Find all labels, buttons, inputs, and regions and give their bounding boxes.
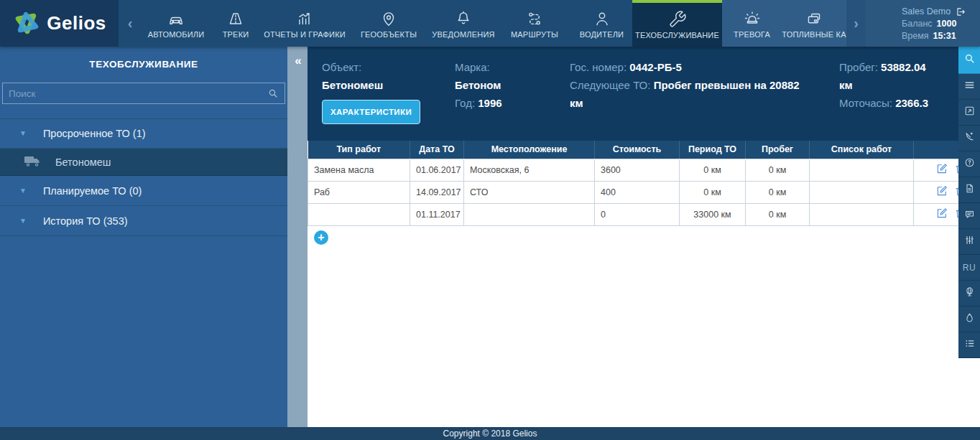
triangle-down-icon: ▼ — [19, 130, 27, 137]
toolbar-document-button[interactable] — [958, 177, 980, 203]
edit-icon[interactable] — [935, 162, 948, 177]
copyright-text: Copyright © 2018 Gelios — [443, 429, 537, 439]
collapse-left-icon: « — [295, 54, 300, 67]
tree-item-label: Бетономеш — [55, 156, 111, 168]
chevron-left-icon: ‹ — [128, 15, 133, 32]
table-row: Замена масла 01.06.2017 Московская, 6 36… — [308, 159, 980, 181]
vehicle-info-panel: Объект: Бетономеш ХАРАКТЕРИСТИКИ Марка: … — [308, 47, 980, 141]
toolbar-menu-button[interactable] — [958, 74, 980, 100]
nav-item-tracks[interactable]: ТРЕКИ — [211, 0, 261, 47]
expand-icon — [963, 105, 976, 120]
col-date: Дата ТО — [410, 141, 464, 159]
help-icon — [963, 156, 976, 172]
object-label: Объект: — [322, 58, 455, 76]
car-icon — [167, 9, 185, 28]
info-col-object: Объект: Бетономеш ХАРАКТЕРИСТИКИ — [322, 58, 455, 141]
triangle-down-icon: ▼ — [19, 217, 27, 225]
nav-item-notifications[interactable]: УВЕДОМЛЕНИЯ — [429, 0, 498, 47]
tree-group-overdue[interactable]: ▼ Просроченное ТО (1) — [0, 118, 287, 149]
tree-item-vehicle[interactable]: Бетономеш — [0, 149, 287, 176]
triangle-down-icon: ▼ — [19, 187, 27, 195]
col-work-type: Тип работ — [308, 141, 410, 159]
right-toolbar: RU — [958, 47, 980, 358]
edit-icon[interactable] — [935, 184, 948, 200]
nav-item-alarm[interactable]: ТРЕВОГА — [722, 0, 782, 47]
nav-item-vehicles[interactable]: АВТОМОБИЛИ — [142, 0, 211, 47]
search-icon[interactable] — [267, 88, 279, 99]
tree-group-label: История ТО (353) — [43, 215, 128, 227]
filters-icon — [963, 234, 976, 249]
chevron-right-icon: › — [854, 15, 859, 32]
col-period: Период ТО — [680, 141, 746, 159]
toolbar-globe-button[interactable] — [958, 281, 980, 306]
gelios-logo-icon — [12, 9, 41, 38]
chart-icon — [295, 9, 314, 28]
toolbar-satellite-button[interactable] — [958, 126, 980, 151]
nav-item-maintenance[interactable]: ТЕХОБСЛУЖИВАНИЕ — [632, 0, 722, 47]
topbar: Gelios ‹ АВТОМОБИЛИ — [0, 0, 980, 47]
logo[interactable]: Gelios — [0, 0, 119, 47]
toolbar-filters-button[interactable] — [958, 229, 980, 255]
nav-item-geoobjects[interactable]: ГЕООБЪЕКТЫ — [348, 0, 429, 47]
sidebar-collapse-strip[interactable]: « — [287, 47, 308, 427]
secondary-nav: ТРЕВОГА ТОПЛИВНЫЕ КА — [722, 0, 846, 47]
tree-group-history[interactable]: ▼ История ТО (353) — [0, 206, 287, 236]
table-header-row: Тип работ Дата ТО Местоположение Стоимос… — [308, 141, 980, 159]
document-icon — [963, 182, 976, 197]
user-panel: Sales Demo Баланс 1000 Время 15:31 — [866, 0, 980, 47]
time-value: 15:31 — [933, 30, 956, 42]
characteristics-button[interactable]: ХАРАКТЕРИСТИКИ — [322, 100, 420, 124]
toolbar-checklist-button[interactable] — [958, 332, 980, 358]
menu-icon — [963, 79, 976, 94]
user-name: Sales Demo — [902, 6, 951, 18]
toolbar-fuel-button[interactable] — [958, 306, 980, 332]
mileage-label: Пробег: — [839, 61, 878, 73]
plate-value: 0442-РБ-5 — [629, 61, 682, 73]
search-box — [2, 83, 285, 104]
balance-value: 1000 — [937, 18, 957, 30]
plus-icon: + — [318, 231, 324, 244]
tree-group-label: Просроченное ТО (1) — [43, 128, 146, 139]
object-value: Бетономеш — [322, 76, 455, 94]
wrench-icon — [668, 10, 687, 29]
balance-label: Баланс — [902, 18, 933, 30]
app-window: Gelios ‹ АВТОМОБИЛИ — [0, 0, 980, 440]
sidebar-title: ТЕХОБСЛУЖИВАНИЕ — [0, 47, 287, 81]
language-label: RU — [963, 263, 976, 273]
engine-hours-label: Моточасы: — [839, 97, 892, 109]
toolbar-expand-button[interactable] — [958, 100, 980, 126]
info-col-brand: Марка: Бетоном Год: 1996 — [455, 58, 570, 141]
nav-item-drivers[interactable]: ВОДИТЕЛИ — [571, 0, 632, 47]
toolbar-help-button[interactable] — [958, 151, 980, 177]
edit-icon[interactable] — [935, 207, 948, 222]
chat-icon — [963, 208, 976, 223]
col-work-list: Список работ — [810, 141, 914, 159]
nav-item-routes[interactable]: МАРШРУТЫ — [498, 0, 571, 47]
table-row: Раб 14.09.2017 СТО 400 0 км 0 км — [308, 181, 980, 203]
nav-scroll-right-button[interactable]: › — [846, 0, 866, 47]
toolbar-language-button[interactable]: RU — [958, 255, 980, 281]
toolbar-search-button[interactable] — [958, 47, 980, 74]
brand-label: Марка: — [455, 58, 570, 76]
tree-group-planned[interactable]: ▼ Планируемое ТО (0) — [0, 176, 287, 206]
table-row: 01.11.2017 0 33000 км 0 км — [308, 203, 980, 225]
add-row-button[interactable]: + — [314, 230, 328, 245]
geo-pin-icon — [379, 9, 398, 28]
checklist-icon — [963, 337, 976, 352]
nav-item-reports[interactable]: ОТЧЕТЫ И ГРАФИКИ — [261, 0, 348, 47]
driver-icon — [593, 9, 611, 28]
footer: Copyright © 2018 Gelios — [0, 427, 980, 440]
brand-value: Бетоном — [455, 76, 570, 94]
nav-scroll-left-button[interactable]: ‹ — [119, 0, 142, 47]
globe-icon — [963, 286, 976, 301]
nav-item-fuel-cards[interactable]: ТОПЛИВНЫЕ КА — [782, 0, 846, 47]
col-cost: Стоимость — [595, 141, 680, 159]
search-input[interactable] — [9, 88, 267, 99]
plate-label: Гос. номер: — [570, 61, 627, 73]
toolbar-chat-button[interactable] — [958, 203, 980, 229]
satellite-icon — [963, 131, 976, 146]
logout-icon[interactable] — [955, 6, 967, 18]
tree-group-label: Планируемое ТО (0) — [43, 185, 142, 197]
main-panel: Объект: Бетономеш ХАРАКТЕРИСТИКИ Марка: … — [308, 47, 980, 427]
search-icon — [963, 52, 976, 67]
